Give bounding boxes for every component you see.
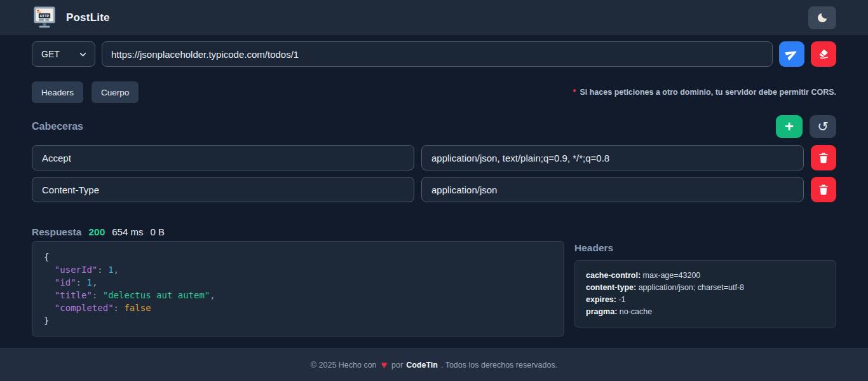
json-line: "completed": false [44,301,552,314]
request-row: GET [32,41,836,67]
header-key-input[interactable] [32,145,414,170]
response-size: 0 B [150,226,165,237]
url-input[interactable] [102,41,773,67]
response-header-value: -1 [616,295,626,304]
tabs-row: Headers Cuerpo *Si haces peticiones a ot… [32,81,836,103]
method-select[interactable]: GET [32,41,95,67]
footer-brand: CodeTin [406,361,438,370]
cors-note: *Si haces peticiones a otro dominio, tu … [573,88,836,97]
footer-text-suffix: . Todos los derechos reservados. [441,361,557,370]
footer-text-middle: por [391,361,403,370]
moon-icon [816,11,829,24]
response-time: 654 ms [112,226,143,237]
response-header-line: pragma: no-cache [586,306,825,318]
header-row [32,145,836,170]
header-key-input[interactable] [32,177,414,202]
send-button[interactable] [779,41,804,67]
theme-toggle-button[interactable] [808,6,836,29]
reset-headers-button[interactable]: ↺ [810,115,836,138]
response-header-key: content-type: [586,283,636,292]
top-bar: HTTP PostLite [0,0,868,36]
svg-text:HTTP: HTTP [40,13,50,17]
response-header-value: no-cache [617,307,652,316]
header-actions: + ↺ [776,115,836,138]
request-headers-list [32,145,836,202]
json-line: "title": "delectus aut autem", [44,289,552,301]
json-line: "userId": 1, [44,263,552,276]
required-asterisk: * [573,88,576,97]
trash-icon [817,183,830,196]
response-header-key: cache-control: [586,271,641,280]
response-headers-box: cache-control: max-age=43200content-type… [574,260,836,328]
delete-header-button[interactable] [811,177,836,202]
response-headers-title: Headers [574,242,836,254]
response-header-line: cache-control: max-age=43200 [586,270,825,282]
method-select-value: GET [41,49,60,59]
delete-header-button[interactable] [811,145,836,170]
response-area: { "userId": 1, "id": 1, "title": "delect… [32,241,836,336]
paper-plane-icon [785,48,798,60]
json-line: "id": 1, [44,276,552,289]
cors-note-text: Si haces peticiones a otro dominio, tu s… [580,88,836,97]
header-value-input[interactable] [421,145,804,170]
reset-icon: ↺ [817,119,829,134]
plus-icon: + [785,119,794,134]
header-value-input[interactable] [421,177,804,202]
request-headers-section-header: Cabeceras + ↺ [32,115,836,138]
footer: © 2025 Hecho con ♥ por CodeTin . Todos l… [0,349,868,381]
json-line: } [44,314,552,327]
response-meta: Respuesta 200 654 ms 0 B [32,226,836,238]
response-header-value: application/json; charset=utf-8 [636,283,744,292]
response-body: { "userId": 1, "id": 1, "title": "delect… [32,241,564,336]
response-label: Respuesta [32,226,81,238]
response-headers-panel: Headers cache-control: max-age=43200cont… [574,241,836,336]
response-header-line: content-type: application/json; charset=… [586,282,825,294]
clear-button[interactable] [811,41,836,67]
footer-text-prefix: © 2025 Hecho con [311,361,377,370]
trash-icon [817,151,830,164]
json-line: { [44,251,552,263]
main-content: GET Headers Cuerpo *Si haces peticiones … [0,36,868,349]
eraser-icon [817,48,830,60]
response-header-line: expires: -1 [586,294,825,306]
response-header-key: pragma: [586,307,617,316]
app-logo-icon: HTTP [32,5,57,31]
response-header-value: max-age=43200 [641,271,700,280]
app-title: PostLite [66,11,110,24]
add-header-button[interactable]: + [776,115,803,138]
chevron-down-icon [79,50,87,59]
status-badge: 200 [88,226,105,238]
heart-icon: ♥ [381,360,388,370]
request-headers-title: Cabeceras [32,121,83,132]
tab-headers[interactable]: Headers [32,81,83,103]
response-header-key: expires: [586,295,616,304]
tab-body[interactable]: Cuerpo [92,81,139,103]
header-row [32,177,836,202]
